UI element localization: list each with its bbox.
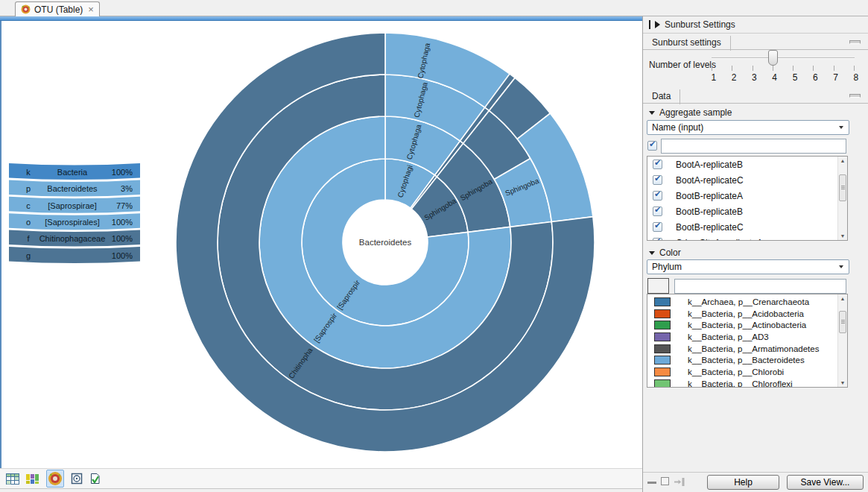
sample-filter-input[interactable] [661, 139, 846, 154]
taxon-name: Bacteria [57, 168, 88, 177]
select-all-samples-checkbox[interactable] [647, 141, 657, 151]
color-entry-row[interactable]: k__Bacteria, p__Chlorobi [647, 366, 847, 378]
taxon-color-label: k__Bacteria, p__Bacteroidetes [688, 356, 805, 365]
taxon-color-label: k__Archaea, p__Crenarchaeota [688, 297, 809, 306]
sunburst-view-icon [48, 471, 63, 486]
slider-tick [834, 66, 834, 71]
color-entry-row[interactable]: k__Bacteria, p__Chloroflexi [647, 378, 847, 388]
color-entry-row[interactable]: k__Bacteria, p__Actinobacteria [647, 319, 847, 331]
sample-checkbox[interactable] [653, 160, 662, 169]
aggregate-sample-dropdown[interactable]: Name (input) [647, 120, 849, 135]
color-entry-row[interactable]: k__Bacteria, p__Bacteroidetes [647, 354, 847, 366]
scrollbar-thumb[interactable] [839, 174, 846, 201]
sample-row[interactable]: BootB-replicateA [647, 188, 847, 204]
sample-list-scrollbar[interactable]: ▲ ▼ [837, 157, 847, 240]
sample-row[interactable]: BootA-replicateB [647, 157, 847, 172]
color-entry-row[interactable]: k__Bacteria, p__Armatimonadetes [647, 343, 847, 355]
tab-bar: OTU (Table) × [0, 0, 868, 16]
maximize-panel-icon[interactable] [661, 477, 669, 485]
sample-label: BootB-replicateB [676, 206, 743, 217]
save-view-button[interactable]: Save View... [787, 475, 864, 490]
color-list[interactable]: k__Archaea, p__Crenarchaeotak__Bacteria,… [647, 294, 848, 388]
data-section-header: Data [643, 89, 868, 104]
side-panel-header[interactable]: Sunburst Settings [643, 16, 868, 34]
color-dropdown[interactable]: Phylum [647, 259, 849, 274]
slider-tick-label: 7 [833, 72, 834, 83]
sample-checkbox[interactable] [653, 206, 662, 216]
table-view-icon[interactable] [6, 473, 19, 485]
slider-tick [854, 66, 855, 71]
collapse-section-icon[interactable] [849, 40, 861, 44]
chevron-down-icon [839, 126, 843, 129]
collapse-section-icon[interactable] [849, 94, 861, 98]
color-group[interactable]: Color [649, 247, 681, 258]
scroll-up-icon[interactable]: ▲ [838, 294, 847, 303]
taxon-level: o [26, 218, 31, 227]
scroll-down-icon[interactable]: ▼ [838, 232, 847, 240]
sample-checkbox[interactable] [653, 175, 662, 185]
aggregate-sample-dropdown-value: Name (input) [652, 122, 703, 133]
sample-checkbox[interactable] [653, 238, 662, 241]
taxon-color-label: k__Bacteria, p__AD3 [688, 332, 769, 341]
tab-otu-table[interactable]: OTU (Table) × [15, 1, 100, 16]
taxon-percent: 3% [121, 184, 133, 193]
taxon-color-label: k__Bacteria, p__Chlorobi [688, 368, 784, 376]
levels-slider-ticks [712, 66, 855, 72]
group-expand-icon [649, 251, 655, 255]
sunburst-view-button-selected[interactable] [46, 470, 64, 488]
aggregate-sample-group[interactable]: Aggregate sample [649, 107, 732, 118]
color-swatch[interactable] [654, 356, 671, 365]
color-swatch[interactable] [654, 379, 671, 388]
color-swatch[interactable] [654, 309, 671, 318]
color-swatch[interactable] [654, 368, 671, 376]
dock-panel-icon[interactable] [674, 478, 685, 486]
color-group-label: Color [659, 247, 681, 258]
sample-row[interactable]: BootA-replicateC [647, 172, 847, 188]
levels-slider-thumb[interactable] [768, 50, 778, 66]
data-section-title[interactable]: Data [643, 89, 680, 104]
color-entry-row[interactable]: k__Bacteria, p__Acidobacteria [647, 308, 847, 320]
colored-table-view-icon[interactable] [26, 473, 39, 485]
color-dropdown-value: Phylum [652, 262, 682, 272]
aggregate-sample-label: Aggregate sample [659, 107, 732, 118]
side-panel: Sunburst Settings Sunburst settings Numb… [642, 16, 868, 492]
taxon-name: Bacteroidetes [47, 184, 98, 193]
color-swatch[interactable] [654, 344, 671, 353]
sample-list[interactable]: BootA-replicateBBootA-replicateCBootB-re… [647, 156, 848, 241]
sample-row[interactable]: BootB-replicateC [647, 219, 847, 235]
sunburst-settings-section-title[interactable]: Sunburst settings [643, 36, 731, 51]
sample-row[interactable]: CrimeSite1-replicateA [647, 235, 847, 241]
slider-tick-label: 4 [772, 72, 773, 83]
taxon-percent: 100% [112, 168, 133, 177]
help-button[interactable]: Help [707, 475, 779, 490]
taxon-color-label: k__Bacteria, p__Armatimonadetes [688, 344, 819, 353]
sample-checkbox[interactable] [653, 191, 662, 201]
taxon-level: c [26, 201, 31, 210]
sample-label: BootA-replicateC [676, 175, 744, 186]
scroll-up-icon[interactable]: ▲ [838, 157, 847, 165]
color-swatch[interactable] [654, 332, 671, 341]
color-entry-row[interactable]: k__Archaea, p__Crenarchaeota [647, 296, 847, 308]
color-swatch[interactable] [654, 321, 671, 329]
zoomable-view-icon[interactable] [71, 473, 83, 485]
sample-label: BootA-replicateB [676, 160, 743, 170]
color-entry-row[interactable]: k__Bacteria, p__AD3 [647, 331, 847, 343]
sample-checkbox[interactable] [653, 222, 662, 232]
slider-tick-label: 5 [793, 72, 793, 83]
sunburst-view-area: CytophagiCytophagaCytophagaCytophagaSphi… [0, 21, 642, 468]
taxon-name: Chitinophagaceae [39, 234, 106, 243]
color-swatch[interactable] [654, 297, 671, 306]
slider-tick [773, 66, 773, 71]
color-swatch-preview[interactable] [647, 278, 669, 294]
scroll-down-icon[interactable]: ▼ [838, 379, 847, 387]
minimize-panel-icon[interactable] [647, 482, 656, 484]
sample-row[interactable]: BootB-replicateB [647, 204, 847, 219]
report-check-view-icon[interactable] [89, 473, 101, 485]
scrollbar-thumb[interactable] [839, 311, 846, 333]
taxon-percent: 100% [112, 218, 133, 227]
taxon-name: [Saprospirae] [48, 201, 96, 210]
taxon-level: g [26, 251, 31, 260]
color-list-scrollbar[interactable]: ▲ ▼ [837, 294, 847, 387]
tab-close-icon[interactable]: × [88, 4, 94, 15]
color-filter-input[interactable] [674, 279, 846, 294]
